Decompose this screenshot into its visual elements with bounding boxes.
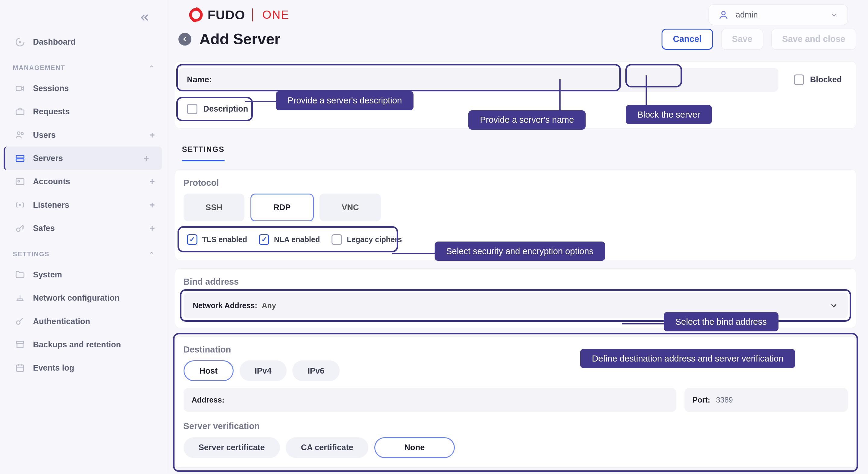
dest-ipv4[interactable]: IPv4: [240, 360, 287, 381]
dest-host[interactable]: Host: [184, 360, 234, 381]
plus-icon[interactable]: +: [150, 130, 155, 141]
checkbox-icon: [794, 75, 804, 85]
sidebar-item-label: Sessions: [33, 84, 69, 93]
sidebar-item-authentication[interactable]: Authentication: [0, 310, 167, 333]
sidebar-item-sessions[interactable]: Sessions: [0, 77, 167, 100]
sidebar-item-backups[interactable]: Backups and retention: [0, 333, 167, 356]
header-actions: Cancel Save Save and close: [661, 29, 856, 50]
user-icon: [718, 10, 729, 20]
user-menu[interactable]: admin: [709, 4, 848, 25]
id-card-icon: [14, 176, 26, 187]
legacy-checkbox[interactable]: Legacy ciphers: [332, 234, 402, 245]
tls-checkbox[interactable]: TLS enabled: [187, 234, 247, 245]
page-header: Add Server Cancel Save Save and close: [175, 27, 856, 53]
callout-destination: Define destination address and server ve…: [580, 349, 795, 368]
sidebar-item-system[interactable]: System: [0, 263, 167, 286]
save-close-button[interactable]: Save and close: [771, 29, 856, 50]
cancel-button[interactable]: Cancel: [661, 29, 713, 50]
checkbox-icon: [332, 234, 342, 245]
sidebar-item-label: Safes: [33, 224, 55, 233]
svg-point-11: [17, 321, 20, 324]
blocked-checkbox[interactable]: Blocked: [786, 67, 852, 92]
checkbox-icon: [187, 104, 197, 114]
gauge-icon: [14, 36, 26, 48]
sidebar-item-accounts[interactable]: Accounts +: [0, 170, 167, 193]
port-input[interactable]: Port:3389: [684, 388, 848, 412]
tab-settings[interactable]: SETTINGS: [182, 145, 224, 161]
verif-none[interactable]: None: [374, 437, 455, 458]
svg-rect-12: [17, 341, 24, 343]
sidebar-item-users[interactable]: Users +: [0, 123, 167, 147]
protocol-rdp[interactable]: RDP: [250, 194, 314, 221]
sidebar-item-label: Servers: [33, 153, 63, 163]
server-icon: [14, 153, 26, 164]
sidebar-item-servers[interactable]: Servers +: [4, 147, 162, 170]
protocol-vnc[interactable]: VNC: [319, 194, 381, 221]
sidebar-item-label: Dashboard: [33, 37, 75, 47]
sidebar-item-label: Requests: [33, 107, 70, 116]
svg-rect-2: [16, 110, 24, 115]
sidebar-item-listeners[interactable]: Listeners +: [0, 193, 167, 216]
plus-icon[interactable]: +: [150, 223, 155, 234]
sidebar-item-network[interactable]: Network configuration: [0, 287, 167, 310]
svg-rect-5: [16, 155, 24, 158]
nla-checkbox[interactable]: NLA enabled: [259, 234, 320, 245]
svg-rect-6: [16, 159, 24, 161]
address-input[interactable]: Address:: [184, 388, 676, 412]
sidebar-item-label: Listeners: [33, 200, 69, 210]
sidebar-section-management[interactable]: MANAGEMENT ⌃: [0, 54, 167, 77]
brand-logo: FUDO ONE: [188, 7, 289, 23]
svg-rect-7: [16, 178, 24, 184]
svg-point-0: [19, 41, 21, 43]
key-icon: [14, 316, 26, 327]
network-icon: [14, 292, 26, 304]
sidebar: Dashboard MANAGEMENT ⌃ Sessions Requests…: [0, 0, 168, 473]
sidebar-item-label: Backups and retention: [33, 340, 121, 350]
broadcast-icon: [14, 199, 26, 211]
verif-server-cert[interactable]: Server certificate: [184, 437, 280, 458]
sidebar-item-requests[interactable]: Requests: [0, 100, 167, 123]
plus-icon[interactable]: +: [144, 153, 149, 164]
svg-point-4: [22, 133, 24, 135]
sidebar-item-label: Users: [33, 130, 56, 140]
section-label: Server verification: [179, 412, 852, 437]
callout-name: Provide a server's name: [468, 110, 586, 130]
topbar: FUDO ONE admin: [168, 0, 868, 25]
sidebar-item-label: Network configuration: [33, 293, 119, 303]
sidebar-item-events[interactable]: Events log: [0, 356, 167, 380]
chevrons-left-icon: [138, 12, 150, 24]
svg-rect-1: [16, 86, 22, 91]
callout-block: Block the server: [626, 105, 712, 124]
chevron-down-icon: [830, 11, 838, 19]
checkbox-icon: [259, 234, 270, 245]
sidebar-section-settings[interactable]: SETTINGS ⌃: [0, 240, 167, 263]
chevron-up-icon: ⌃: [149, 250, 155, 259]
checkbox-icon: [187, 234, 197, 245]
plus-icon[interactable]: +: [150, 200, 155, 210]
dest-ipv6[interactable]: IPv6: [292, 360, 339, 381]
plus-icon[interactable]: +: [150, 176, 155, 187]
sidebar-item-label: Accounts: [33, 177, 70, 186]
user-name: admin: [736, 10, 758, 20]
app-root: Dashboard MANAGEMENT ⌃ Sessions Requests…: [0, 0, 868, 473]
sidebar-item-dashboard[interactable]: Dashboard: [0, 30, 167, 54]
sidebar-collapse-button[interactable]: [0, 6, 167, 30]
back-button[interactable]: [179, 33, 191, 46]
svg-rect-13: [17, 365, 24, 372]
section-label: Protocol: [179, 178, 852, 194]
save-button[interactable]: Save: [721, 29, 763, 50]
sidebar-item-safes[interactable]: Safes +: [0, 217, 167, 240]
key-icon: [14, 223, 26, 234]
callout-description: Provide a server's description: [276, 91, 413, 110]
name-input[interactable]: Name:: [179, 68, 778, 91]
protocol-ssh[interactable]: SSH: [184, 194, 245, 221]
verif-ca-cert[interactable]: CA certificate: [286, 437, 368, 458]
logo-icon: [188, 7, 204, 23]
chevron-down-icon: [829, 301, 838, 310]
svg-point-8: [18, 180, 20, 182]
svg-point-3: [18, 132, 20, 135]
svg-point-10: [17, 228, 20, 232]
page-title: Add Server: [199, 30, 280, 48]
sidebar-item-label: Events log: [33, 363, 74, 373]
main: FUDO ONE admin Add Server Cancel Save: [168, 0, 868, 473]
